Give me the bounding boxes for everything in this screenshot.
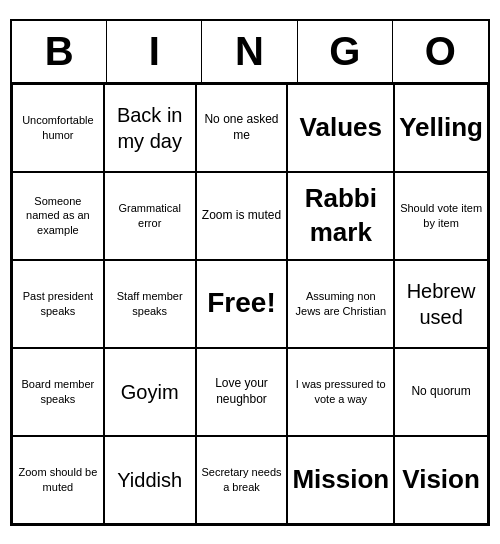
bingo-header: B I N G O xyxy=(12,21,488,84)
letter-o: O xyxy=(393,21,488,82)
bingo-cell-0[interactable]: Uncomfortable humor xyxy=(12,84,104,172)
bingo-cell-18[interactable]: I was pressured to vote a way xyxy=(287,348,394,436)
bingo-cell-13[interactable]: Assuming non Jews are Christian xyxy=(287,260,394,348)
bingo-cell-17[interactable]: Love your neughbor xyxy=(196,348,288,436)
bingo-cell-2[interactable]: No one asked me xyxy=(196,84,288,172)
bingo-cell-5[interactable]: Someone named as an example xyxy=(12,172,104,260)
bingo-cell-15[interactable]: Board member speaks xyxy=(12,348,104,436)
bingo-cell-21[interactable]: Yiddish xyxy=(104,436,196,524)
bingo-cell-20[interactable]: Zoom should be muted xyxy=(12,436,104,524)
bingo-cell-24[interactable]: Vision xyxy=(394,436,488,524)
bingo-cell-11[interactable]: Staff member speaks xyxy=(104,260,196,348)
bingo-cell-8[interactable]: Rabbi mark xyxy=(287,172,394,260)
bingo-cell-10[interactable]: Past president speaks xyxy=(12,260,104,348)
bingo-cell-16[interactable]: Goyim xyxy=(104,348,196,436)
letter-n: N xyxy=(202,21,297,82)
bingo-cell-3[interactable]: Values xyxy=(287,84,394,172)
bingo-cell-6[interactable]: Grammatical error xyxy=(104,172,196,260)
bingo-card: B I N G O Uncomfortable humorBack in my … xyxy=(10,19,490,526)
bingo-cell-4[interactable]: Yelling xyxy=(394,84,488,172)
bingo-cell-14[interactable]: Hebrew used xyxy=(394,260,488,348)
bingo-cell-9[interactable]: Should vote item by item xyxy=(394,172,488,260)
letter-b: B xyxy=(12,21,107,82)
bingo-cell-19[interactable]: No quorum xyxy=(394,348,488,436)
bingo-cell-1[interactable]: Back in my day xyxy=(104,84,196,172)
bingo-cell-7[interactable]: Zoom is muted xyxy=(196,172,288,260)
letter-g: G xyxy=(298,21,393,82)
bingo-cell-12[interactable]: Free! xyxy=(196,260,288,348)
letter-i: I xyxy=(107,21,202,82)
bingo-grid: Uncomfortable humorBack in my dayNo one … xyxy=(12,84,488,524)
bingo-cell-23[interactable]: Mission xyxy=(287,436,394,524)
bingo-cell-22[interactable]: Secretary needs a break xyxy=(196,436,288,524)
